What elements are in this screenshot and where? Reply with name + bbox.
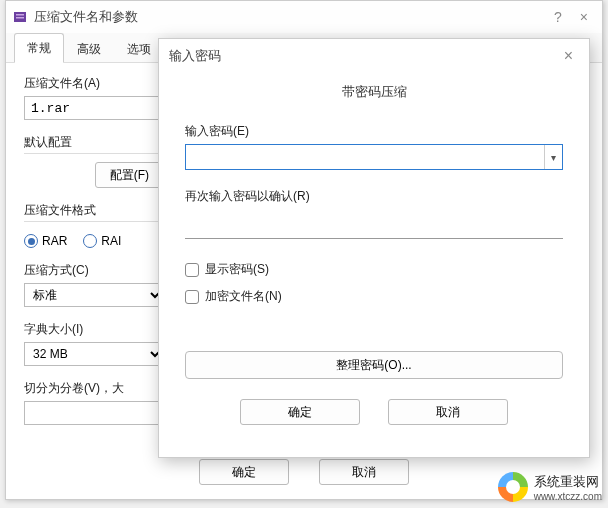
organize-passwords-button[interactable]: 整理密码(O)... bbox=[185, 351, 563, 379]
main-title: 压缩文件名和参数 bbox=[34, 8, 138, 26]
svg-rect-1 bbox=[16, 14, 24, 16]
encrypt-names-label: 加密文件名(N) bbox=[205, 288, 282, 305]
volume-label: 切分为分卷(V)，大 bbox=[24, 380, 164, 397]
help-button[interactable]: ? bbox=[554, 9, 562, 25]
password-ok-button[interactable]: 确定 bbox=[240, 399, 360, 425]
profile-button[interactable]: 配置(F) bbox=[95, 162, 164, 188]
format-label: 压缩文件格式 bbox=[24, 203, 96, 217]
format-rar5-radio[interactable]: RAI bbox=[83, 234, 121, 248]
password-title: 输入密码 bbox=[169, 47, 221, 65]
radio-dot-icon bbox=[24, 234, 38, 248]
password-dialog: 输入密码 × 带密码压缩 输入密码(E) ▾ 再次输入密码以确认(R) 显示密码… bbox=[158, 38, 590, 458]
password-close-button[interactable]: × bbox=[558, 47, 579, 65]
checkbox-box-icon bbox=[185, 290, 199, 304]
confirm-password-input[interactable] bbox=[185, 215, 563, 239]
profile-label: 默认配置 bbox=[24, 135, 72, 149]
watermark-url: www.xtczz.com bbox=[534, 491, 602, 502]
dict-select[interactable]: 32 MB bbox=[24, 342, 164, 366]
volume-input[interactable] bbox=[24, 401, 164, 425]
main-cancel-button[interactable]: 取消 bbox=[319, 459, 409, 485]
main-titlebar: 压缩文件名和参数 ? × bbox=[6, 1, 602, 33]
encrypt-names-checkbox[interactable]: 加密文件名(N) bbox=[185, 288, 563, 305]
archive-name-input[interactable] bbox=[24, 96, 164, 120]
method-select[interactable]: 标准 bbox=[24, 283, 164, 307]
archive-name-label: 压缩文件名(A) bbox=[24, 75, 164, 92]
tab-options[interactable]: 选项 bbox=[114, 34, 164, 63]
app-icon bbox=[12, 9, 28, 25]
format-rar5-label: RAI bbox=[101, 234, 121, 248]
tab-advanced[interactable]: 高级 bbox=[64, 34, 114, 63]
password-cancel-button[interactable]: 取消 bbox=[388, 399, 508, 425]
password-body: 输入密码(E) ▾ 再次输入密码以确认(R) 显示密码(S) 加密文件名(N) … bbox=[159, 123, 589, 379]
main-ok-button[interactable]: 确定 bbox=[199, 459, 289, 485]
watermark-logo-icon bbox=[498, 472, 528, 502]
checkbox-box-icon bbox=[185, 263, 199, 277]
password-button-row: 确定 取消 bbox=[159, 379, 589, 439]
radio-dot-icon bbox=[83, 234, 97, 248]
format-rar-label: RAR bbox=[42, 234, 67, 248]
tab-general[interactable]: 常规 bbox=[14, 33, 64, 63]
confirm-password-label: 再次输入密码以确认(R) bbox=[185, 188, 563, 205]
chevron-down-icon: ▾ bbox=[544, 145, 562, 169]
svg-rect-2 bbox=[16, 17, 24, 19]
watermark: 系统重装网 www.xtczz.com bbox=[498, 472, 602, 502]
password-heading: 带密码压缩 bbox=[159, 73, 589, 123]
enter-password-combo[interactable]: ▾ bbox=[185, 144, 563, 170]
dict-label: 字典大小(I) bbox=[24, 321, 164, 338]
format-rar-radio[interactable]: RAR bbox=[24, 234, 67, 248]
main-close-button[interactable]: × bbox=[580, 9, 588, 25]
watermark-name: 系统重装网 bbox=[534, 474, 599, 489]
method-label: 压缩方式(C) bbox=[24, 262, 164, 279]
show-password-label: 显示密码(S) bbox=[205, 261, 269, 278]
enter-password-label: 输入密码(E) bbox=[185, 123, 563, 140]
watermark-text: 系统重装网 www.xtczz.com bbox=[534, 473, 602, 502]
password-titlebar: 输入密码 × bbox=[159, 39, 589, 73]
show-password-checkbox[interactable]: 显示密码(S) bbox=[185, 261, 563, 278]
